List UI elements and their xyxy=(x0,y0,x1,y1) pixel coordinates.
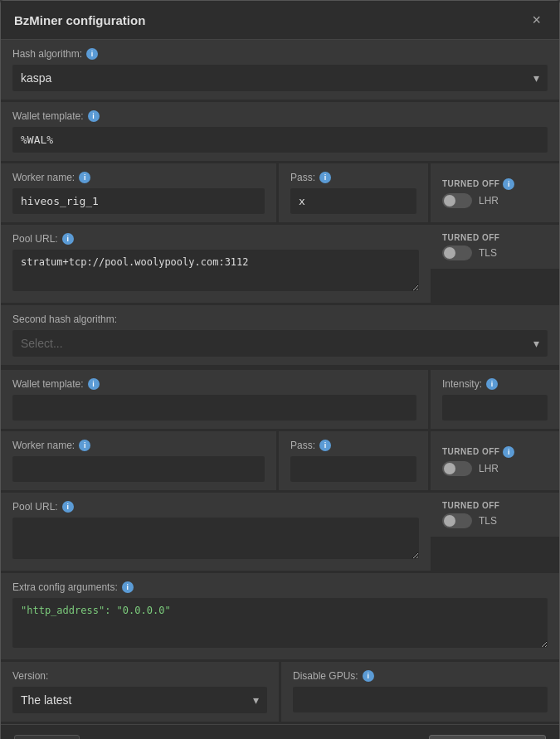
clear-button[interactable]: Clear xyxy=(14,735,80,739)
pass-secondary-section: Pass: i xyxy=(279,431,428,490)
tls-secondary-toggle-name: TLS xyxy=(479,515,497,527)
pass-primary-input[interactable] xyxy=(290,188,416,214)
dialog-body: Hash algorithm: i kaspa ethash kawpow ▾ … xyxy=(1,40,559,724)
worker-name-secondary-label: Worker name: i xyxy=(12,440,265,451)
intensity-label: Intensity: i xyxy=(442,378,548,390)
lhr-primary-toggle-section: TURNED OFF i LHR xyxy=(431,163,559,222)
hash-algorithm-select-wrapper: kaspa ethash kawpow ▾ xyxy=(12,65,548,91)
wallet-template-secondary-label: Wallet template: i xyxy=(12,378,416,390)
worker-name-secondary-input[interactable] xyxy=(12,456,265,482)
pool-url-primary-section: Pool URL: i stratum+tcp://pool.woolypool… xyxy=(1,225,559,305)
hash-algorithm-info-icon[interactable]: i xyxy=(86,48,98,60)
pool-url-primary-label: Pool URL: i xyxy=(12,233,419,245)
pool-url-secondary-section: Pool URL: i TURNED OFF TLS xyxy=(1,493,559,573)
tls-primary-toggle[interactable] xyxy=(442,246,472,260)
hash-algorithm-section: Hash algorithm: i kaspa ethash kawpow ▾ xyxy=(1,40,559,102)
tls-primary-toggle-row: TLS xyxy=(442,246,548,260)
worker-name-primary-section: Worker name: i xyxy=(1,163,276,222)
second-algo-inner: Second hash algorithm: Select... ethash … xyxy=(1,305,559,367)
wallet-template-secondary-input[interactable] xyxy=(12,395,416,421)
hash-algorithm-label: Hash algorithm: i xyxy=(12,48,548,60)
intensity-section: Intensity: i xyxy=(431,370,559,429)
lhr-primary-toggle-row: LHR xyxy=(442,193,548,208)
wallet-template-primary-label: Wallet template: i xyxy=(12,110,548,122)
wallet-template-primary-info-icon[interactable]: i xyxy=(88,110,100,122)
hash-algorithm-select[interactable]: kaspa ethash kawpow xyxy=(12,65,548,91)
apply-changes-button[interactable]: Apply Changes xyxy=(429,735,546,739)
dialog-header: BzMiner configuration × xyxy=(1,1,559,40)
lhr-secondary-status-label: TURNED OFF i xyxy=(442,446,548,458)
pass-secondary-info-icon[interactable]: i xyxy=(319,440,331,451)
pool-url-secondary-label: Pool URL: i xyxy=(12,501,419,513)
worker-pass-lhr-section: Worker name: i Pass: i TURNED OFF i xyxy=(1,163,559,225)
tls-primary-toggle-thumb xyxy=(444,247,455,259)
wallet-template-secondary-info-icon[interactable]: i xyxy=(88,378,100,390)
tls-secondary-toggle-thumb xyxy=(444,515,455,527)
disable-gpus-section: Disable GPUs: i xyxy=(281,662,559,722)
pass-primary-info-icon[interactable]: i xyxy=(319,172,331,183)
dialog-footer: Clear Cancel Apply Changes xyxy=(1,724,559,739)
worker-name-secondary-info-icon[interactable]: i xyxy=(79,440,90,451)
pass-primary-label: Pass: i xyxy=(290,172,416,183)
pool-url-secondary-right: TURNED OFF TLS xyxy=(431,493,559,571)
intensity-info-icon[interactable]: i xyxy=(486,378,498,390)
version-section: Version: The latest ▾ xyxy=(1,662,279,722)
version-label: Version: xyxy=(12,670,267,682)
lhr-secondary-toggle-row: LHR xyxy=(442,461,548,476)
wallet-intensity-section: Wallet template: i Intensity: i xyxy=(1,370,559,431)
pass-secondary-input[interactable] xyxy=(290,456,416,482)
footer-right-actions: Cancel Apply Changes xyxy=(351,735,546,739)
pass-secondary-label: Pass: i xyxy=(290,440,416,451)
tls-secondary-toggle[interactable] xyxy=(442,513,472,528)
second-algo-select[interactable]: Select... ethash kawpow xyxy=(12,330,548,357)
worker-pass-lhr-secondary-section: Worker name: i Pass: i TURNED OFF i xyxy=(1,431,559,493)
disable-gpus-input[interactable] xyxy=(293,687,548,712)
lhr-secondary-info-icon[interactable]: i xyxy=(503,446,514,458)
tls-primary-toggle-section: TURNED OFF TLS xyxy=(431,225,559,271)
extra-config-input[interactable]: "http_address": "0.0.0.0" xyxy=(12,598,548,648)
extra-config-section: Extra config arguments: i "http_address"… xyxy=(1,573,559,662)
tls-primary-status-label: TURNED OFF xyxy=(442,233,548,242)
pool-url-primary-info-icon[interactable]: i xyxy=(62,233,74,245)
version-select-wrapper: The latest ▾ xyxy=(12,687,267,713)
pass-primary-section: Pass: i xyxy=(279,163,428,222)
second-algo-label: Second hash algorithm: xyxy=(12,314,548,325)
tls-secondary-status-label: TURNED OFF xyxy=(442,501,548,510)
lhr-secondary-toggle[interactable] xyxy=(442,461,472,476)
lhr-primary-toggle-thumb xyxy=(444,195,455,207)
pool-url-secondary-input[interactable] xyxy=(12,518,419,559)
bzminer-config-dialog: BzMiner configuration × Hash algorithm: … xyxy=(0,0,560,739)
wallet-template-secondary-section: Wallet template: i xyxy=(1,370,428,429)
disable-gpus-label: Disable GPUs: i xyxy=(293,670,548,682)
lhr-primary-toggle[interactable] xyxy=(442,193,472,208)
pool-url-secondary-info-icon[interactable]: i xyxy=(62,501,74,513)
version-gpu-section: Version: The latest ▾ Disable GPUs: i xyxy=(1,662,559,724)
pool-url-primary-input[interactable]: stratum+tcp://pool.woolypooly.com:3112 xyxy=(12,250,419,291)
pool-url-primary-left: Pool URL: i stratum+tcp://pool.woolypool… xyxy=(1,225,431,303)
wallet-template-primary-input[interactable] xyxy=(12,127,548,153)
lhr-secondary-toggle-thumb xyxy=(444,463,455,474)
intensity-input[interactable] xyxy=(442,395,548,421)
tls-primary-toggle-name: TLS xyxy=(479,247,497,259)
worker-name-primary-info-icon[interactable]: i xyxy=(79,172,90,183)
wallet-template-primary-section: Wallet template: i xyxy=(1,102,559,163)
worker-name-secondary-section: Worker name: i xyxy=(1,431,276,490)
worker-name-primary-input[interactable] xyxy=(12,188,265,214)
dialog-title: BzMiner configuration xyxy=(14,13,145,27)
tls-secondary-toggle-section: TURNED OFF TLS xyxy=(431,493,559,539)
close-button[interactable]: × xyxy=(527,11,546,29)
pool-url-primary-right: TURNED OFF TLS xyxy=(431,225,559,303)
version-select[interactable]: The latest xyxy=(12,687,267,713)
tls-secondary-toggle-row: TLS xyxy=(442,513,548,528)
second-algo-select-wrapper: Select... ethash kawpow ▾ xyxy=(12,330,548,357)
lhr-secondary-toggle-name: LHR xyxy=(479,463,499,474)
worker-name-primary-label: Worker name: i xyxy=(12,172,265,183)
second-algo-section: Second hash algorithm: Select... ethash … xyxy=(1,305,559,370)
lhr-primary-info-icon[interactable]: i xyxy=(503,178,514,190)
extra-config-info-icon[interactable]: i xyxy=(122,581,134,593)
extra-config-label: Extra config arguments: i xyxy=(12,581,548,593)
disable-gpus-info-icon[interactable]: i xyxy=(363,670,374,682)
pool-url-secondary-left: Pool URL: i xyxy=(1,493,431,571)
lhr-primary-toggle-name: LHR xyxy=(479,195,499,207)
cancel-button[interactable]: Cancel xyxy=(351,736,424,739)
